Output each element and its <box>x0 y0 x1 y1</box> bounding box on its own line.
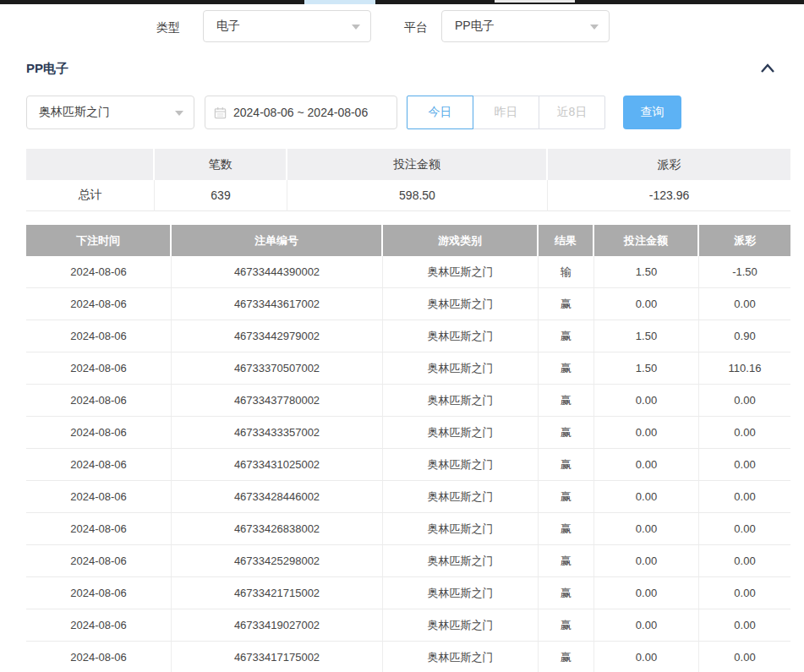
table-cell: 1.50 <box>594 320 699 352</box>
table-cell: 赢 <box>539 417 594 449</box>
table-cell: 46733444390002 <box>172 256 383 288</box>
table-cell: 0.00 <box>594 385 699 417</box>
table-row: 2024-08-0646733442979002奥林匹斯之门赢1.500.90 <box>26 320 790 352</box>
summary-header-bet-amount: 投注金额 <box>287 149 548 180</box>
table-cell: 46733425298002 <box>172 545 383 577</box>
table-row: 2024-08-0646733421715002奥林匹斯之门赢0.000.00 <box>26 577 790 609</box>
top-cutoff-bar <box>0 0 804 4</box>
collapse-button[interactable] <box>759 63 779 78</box>
table-cell: 2024-08-06 <box>26 385 172 417</box>
table-cell: 0.00 <box>594 609 699 642</box>
table-cell: 0.00 <box>699 642 790 672</box>
table-cell: 1.50 <box>594 256 699 288</box>
summary-table: 笔数 投注金额 派彩 总计 639 598.50 -123.96 <box>26 149 790 211</box>
table-cell: 奥林匹斯之门 <box>383 449 539 481</box>
detail-header-result: 结果 <box>539 225 594 256</box>
table-cell: 0.00 <box>699 417 790 449</box>
summary-header-count: 笔数 <box>155 149 287 180</box>
detail-header-payout: 派彩 <box>699 225 790 256</box>
table-cell: 2024-08-06 <box>26 449 172 481</box>
table-cell: 赢 <box>539 449 594 481</box>
last-8-days-button[interactable]: 近8日 <box>539 96 605 129</box>
table-cell: 2024-08-06 <box>26 609 172 642</box>
calendar-icon <box>214 107 227 119</box>
date-range-input[interactable]: 2024-08-06 ~ 2024-08-06 <box>205 96 397 129</box>
table-row: 2024-08-0646733417175002奥林匹斯之门赢0.000.00 <box>26 642 790 672</box>
table-cell: 0.00 <box>594 642 699 672</box>
summary-total-bet-amount: 598.50 <box>287 180 548 211</box>
quick-date-button-group: 今日 昨日 近8日 <box>407 96 605 129</box>
table-cell: 2024-08-06 <box>26 513 172 545</box>
table-cell: 46733433357002 <box>172 417 383 449</box>
table-cell: 奥林匹斯之门 <box>383 481 539 513</box>
table-cell: 奥林匹斯之门 <box>383 352 539 385</box>
table-cell: 46733428446002 <box>172 481 383 513</box>
table-row: 2024-08-0646733433357002奥林匹斯之门赢0.000.00 <box>26 417 790 449</box>
table-cell: 0.00 <box>594 545 699 577</box>
table-cell: 46733419027002 <box>172 609 383 642</box>
summary-total-row: 总计 639 598.50 -123.96 <box>26 180 790 211</box>
table-cell: 46733426838002 <box>172 513 383 545</box>
platform-select[interactable]: PP电子 <box>441 10 610 42</box>
table-row: 2024-08-0646733437780002奥林匹斯之门赢0.000.00 <box>26 385 790 417</box>
table-row: 2024-08-0646733370507002奥林匹斯之门赢1.50110.1… <box>26 352 790 385</box>
detail-header-bet-amount: 投注金额 <box>594 225 699 256</box>
table-cell: 1.50 <box>594 352 699 385</box>
table-cell: 0.00 <box>699 385 790 417</box>
top-cutoff-highlight <box>304 0 375 4</box>
table-cell: 0.00 <box>594 417 699 449</box>
table-cell: 赢 <box>539 481 594 513</box>
table-cell: 赢 <box>539 385 594 417</box>
yesterday-button[interactable]: 昨日 <box>473 96 539 129</box>
table-cell: 0.00 <box>594 481 699 513</box>
chevron-up-icon <box>759 63 776 74</box>
table-cell: 0.00 <box>699 545 790 577</box>
table-cell: 赢 <box>539 577 594 609</box>
summary-total-count: 639 <box>155 180 287 211</box>
chevron-down-icon <box>175 111 183 116</box>
table-cell: 2024-08-06 <box>26 417 172 449</box>
table-cell: 赢 <box>539 352 594 385</box>
search-button[interactable]: 查询 <box>623 96 681 129</box>
table-cell: 0.00 <box>699 481 790 513</box>
table-cell: 0.00 <box>699 609 790 642</box>
table-cell: 奥林匹斯之门 <box>383 288 539 320</box>
game-select[interactable]: 奥林匹斯之门 <box>26 96 194 129</box>
table-cell: 奥林匹斯之门 <box>383 609 539 642</box>
table-cell: 46733431025002 <box>172 449 383 481</box>
top-cutoff-gap <box>495 0 575 3</box>
table-cell: 赢 <box>539 320 594 352</box>
table-row: 2024-08-0646733425298002奥林匹斯之门赢0.000.00 <box>26 545 790 577</box>
table-row: 2024-08-0646733428446002奥林匹斯之门赢0.000.00 <box>26 481 790 513</box>
table-cell: 110.16 <box>699 352 790 385</box>
table-cell: 0.00 <box>594 288 699 320</box>
table-cell: 0.00 <box>699 577 790 609</box>
table-cell: 0.00 <box>594 577 699 609</box>
summary-header-blank <box>26 149 155 180</box>
platform-select-value: PP电子 <box>455 19 495 34</box>
summary-total-label: 总计 <box>26 180 155 211</box>
table-cell: 奥林匹斯之门 <box>383 545 539 577</box>
table-row: 2024-08-0646733444390002奥林匹斯之门输1.50-1.50 <box>26 256 790 288</box>
table-cell: 奥林匹斯之门 <box>383 256 539 288</box>
summary-header-payout: 派彩 <box>548 149 790 180</box>
table-cell: 46733421715002 <box>172 577 383 609</box>
table-cell: 2024-08-06 <box>26 642 172 672</box>
today-button[interactable]: 今日 <box>407 96 473 129</box>
table-cell: 奥林匹斯之门 <box>383 320 539 352</box>
table-cell: 赢 <box>539 513 594 545</box>
table-cell: 奥林匹斯之门 <box>383 385 539 417</box>
table-cell: 2024-08-06 <box>26 320 172 352</box>
table-cell: 0.00 <box>699 449 790 481</box>
type-select-value: 电子 <box>216 19 240 34</box>
detail-header-row: 下注时间 注单编号 游戏类别 结果 投注金额 派彩 <box>26 225 790 256</box>
table-cell: 奥林匹斯之门 <box>383 513 539 545</box>
table-row: 2024-08-0646733419027002奥林匹斯之门赢0.000.00 <box>26 609 790 642</box>
table-row: 2024-08-0646733431025002奥林匹斯之门赢0.000.00 <box>26 449 790 481</box>
type-select[interactable]: 电子 <box>203 10 371 42</box>
table-cell: 46733417175002 <box>172 642 383 672</box>
chevron-down-icon <box>352 25 360 30</box>
detail-header-bet-id: 注单编号 <box>172 225 383 256</box>
summary-header-row: 笔数 投注金额 派彩 <box>26 149 790 180</box>
table-cell: 0.00 <box>699 288 790 320</box>
